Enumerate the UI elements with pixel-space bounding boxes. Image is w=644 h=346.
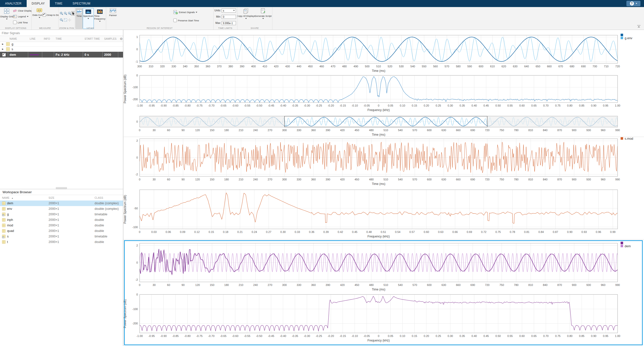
extract-signals-button[interactable]: Extract Signals — [173, 10, 197, 14]
svg-text:0.60: 0.60 — [519, 104, 525, 107]
filter-signals-input[interactable]: Filter Signals — [0, 31, 123, 36]
workspace-row[interactable]: mod 2000×1 double — [0, 223, 123, 228]
panner-icon — [110, 8, 116, 13]
svg-text:-100: -100 — [132, 226, 138, 229]
svg-text:430: 430 — [285, 65, 290, 68]
svg-text:900: 900 — [572, 129, 576, 132]
svg-text:600: 600 — [427, 178, 431, 181]
ws-var-name: env — [7, 207, 12, 211]
link-time-checkbox[interactable]: Link Time — [13, 21, 28, 24]
svg-text:300: 300 — [282, 129, 287, 132]
tab-spectrum[interactable]: SPECTRUM — [68, 0, 96, 7]
signal-row-s[interactable]: ▶ s — [0, 47, 123, 52]
workspace-row[interactable]: g 2000×1 timetable — [0, 212, 123, 217]
panel-splitter[interactable] — [56, 187, 67, 189]
svg-text:210: 210 — [239, 178, 243, 181]
svg-text:480: 480 — [369, 178, 374, 181]
view-spectrum-button[interactable]: Spectrum — [83, 8, 94, 29]
chart-genv-panner[interactable]: 0306090120150180210240270300330360390420… — [122, 113, 644, 138]
chart-dem-time[interactable]: 0306090120150180210240270300330360390420… — [122, 240, 644, 293]
svg-text:0.93: 0.93 — [581, 230, 587, 233]
svg-text:1: 1 — [136, 35, 138, 38]
workspace-row[interactable]: inph 2000×1 double — [0, 217, 123, 223]
expand-icon[interactable]: ▶ — [2, 43, 5, 45]
view-time-button[interactable]: Time — [75, 8, 83, 29]
units-label: Units: — [213, 9, 221, 12]
legend[interactable]: dem — [621, 242, 631, 248]
expand-icon[interactable]: ▶ — [2, 48, 5, 50]
col-time[interactable]: TIME — [54, 37, 83, 40]
col-samples[interactable]: SAMPLES — [103, 37, 118, 40]
units-select[interactable]: s — [222, 9, 236, 13]
svg-text:690: 690 — [470, 129, 475, 132]
svg-text:s.mod: s.mod — [625, 137, 633, 140]
svg-text:dem: dem — [625, 244, 631, 248]
svg-text:930: 930 — [586, 178, 591, 181]
matrix-icon — [2, 240, 6, 244]
signal-row-g[interactable]: ▶ g — [0, 42, 123, 47]
col-info[interactable]: INFO — [42, 37, 54, 40]
svg-text:600: 600 — [479, 65, 483, 68]
ws-col-size[interactable]: SIZE — [47, 196, 93, 199]
chart-genv-time[interactable]: 3003103203303403503603703803904004104204… — [122, 32, 644, 74]
snap-to-data-checkbox[interactable]: Snap to Data — [43, 13, 59, 17]
legend-button[interactable]: Legend — [13, 15, 28, 18]
clear-display-button[interactable]: Clear Display — [13, 9, 32, 12]
help-button[interactable]: ? — [626, 1, 640, 6]
svg-text:410: 410 — [262, 65, 267, 68]
signal-checkbox[interactable] — [2, 53, 6, 57]
chart-smod-spectrum[interactable]: 00.030.060.090.120.150.180.210.240.270.3… — [122, 187, 644, 240]
collapse-ribbon-button[interactable] — [637, 24, 640, 29]
copy-all-displays-button[interactable]: Copy All Displays — [238, 8, 254, 19]
chevron-down-icon — [27, 16, 28, 17]
col-start-time[interactable]: START TIME — [83, 37, 103, 40]
svg-text:570: 570 — [413, 129, 417, 132]
signal-row-dem[interactable]: dem Fs: 2 kHz 0 s 2000 — [0, 52, 123, 58]
chart-smod-time[interactable]: 0306090120150180210240270300330360390420… — [122, 136, 644, 187]
col-line[interactable]: LINE — [28, 37, 42, 40]
max-time-input[interactable]: 9.995e-1 — [222, 21, 236, 25]
zoom-out-icon — [60, 18, 63, 22]
svg-text:470: 470 — [331, 65, 335, 68]
svg-text:0.85: 0.85 — [579, 334, 584, 337]
min-time-input[interactable]: 0 — [222, 15, 236, 19]
svg-text:540: 540 — [398, 129, 403, 132]
pan-button[interactable] — [67, 18, 72, 22]
signal-samples: 2000 — [103, 52, 118, 58]
svg-text:0.81: 0.81 — [524, 230, 529, 233]
chart-dem-spectrum[interactable]: -1.00-0.95-0.90-0.85-0.80-0.75-0.70-0.65… — [122, 291, 644, 344]
svg-text:180: 180 — [224, 283, 229, 286]
svg-text:0: 0 — [378, 104, 379, 107]
legend[interactable]: s.mod — [621, 137, 633, 140]
tab-time[interactable]: TIME — [50, 0, 67, 7]
svg-text:990: 990 — [615, 178, 620, 181]
workspace-row[interactable]: env 2000×1 double (complex) — [0, 206, 123, 212]
col-name[interactable]: NAME — [8, 37, 28, 40]
svg-text:500: 500 — [365, 65, 370, 68]
generate-script-button[interactable]: Generate Script — [255, 8, 271, 19]
ws-col-name[interactable]: NAME — [2, 196, 10, 199]
svg-text:-0.90: -0.90 — [160, 334, 167, 337]
svg-text:810: 810 — [528, 283, 533, 286]
view-time-frequency-button[interactable]: Time-Frequency — [94, 8, 106, 29]
workspace-row[interactable]: dem 2000×1 double (complex) — [0, 201, 123, 206]
panner-button[interactable]: Panner — [107, 8, 118, 17]
tab-display[interactable]: DISPLAY — [27, 0, 50, 7]
svg-text:-0.45: -0.45 — [268, 104, 274, 107]
preserve-start-time-checkbox[interactable]: Preserve Start Time — [173, 19, 199, 22]
svg-text:390: 390 — [326, 129, 330, 132]
pan-icon — [68, 18, 71, 22]
svg-text:Frequency (kHz): Frequency (kHz) — [368, 235, 390, 238]
ws-col-class[interactable]: CLASS — [93, 196, 123, 199]
svg-text:400: 400 — [251, 65, 256, 68]
workspace-row[interactable]: quad 2000×1 double — [0, 228, 123, 234]
workspace-row[interactable]: t 2000×1 double — [0, 239, 123, 245]
tab-analyzer[interactable]: ANALYZER — [0, 0, 27, 7]
chart-genv-spectrum[interactable]: -1.00-0.95-0.90-0.85-0.80-0.75-0.70-0.65… — [122, 72, 644, 114]
svg-text:Time (ms): Time (ms) — [372, 69, 385, 73]
pointer-button[interactable] — [71, 11, 75, 16]
display-grid-button[interactable]: Display Grid — [1, 8, 13, 20]
workspace-row[interactable]: s 2000×1 timetable — [0, 234, 123, 239]
legend[interactable]: g.env — [621, 34, 632, 40]
collapse-ribbon-icon — [637, 25, 640, 28]
